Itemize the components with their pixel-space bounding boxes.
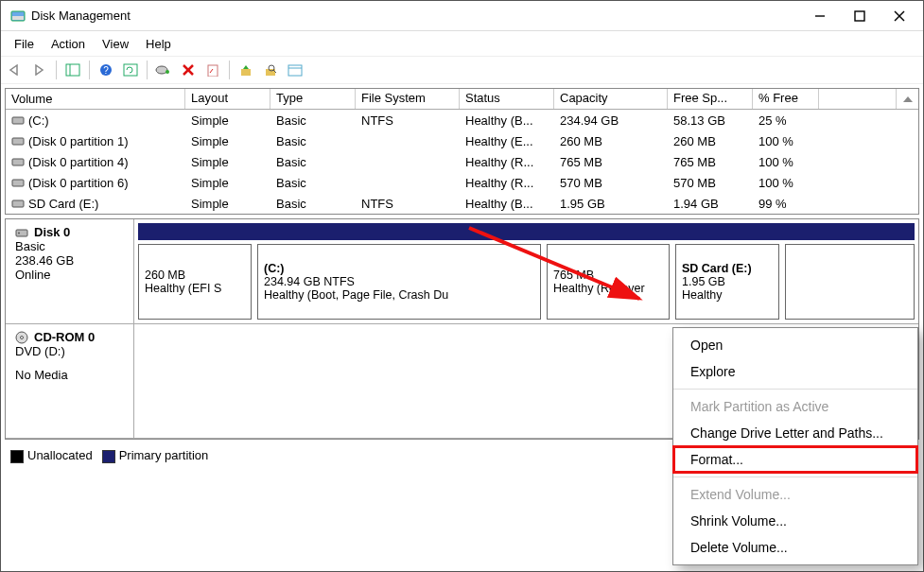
- col-status[interactable]: Status: [460, 89, 554, 109]
- cell-layout: Simple: [185, 196, 270, 212]
- context-menu: Open Explore Mark Partition as Active Ch…: [672, 327, 918, 565]
- refresh-icon[interactable]: [120, 60, 141, 80]
- svg-rect-1: [12, 16, 24, 20]
- disk0-label[interactable]: Disk 0 Basic 238.46 GB Online: [6, 219, 134, 323]
- forward-button[interactable]: [29, 60, 50, 80]
- unallocated-swatch: [10, 450, 24, 463]
- volume-row[interactable]: (Disk 0 partition 6)SimpleBasicHealthy (…: [6, 172, 918, 193]
- volume-name: (C:): [28, 113, 49, 128]
- partition-status: Healthy (EFI S: [145, 282, 245, 295]
- minimize-button[interactable]: [800, 2, 840, 30]
- volume-list: Volume Layout Type File System Status Ca…: [5, 88, 919, 215]
- volume-row[interactable]: SD Card (E:)SimpleBasicNTFSHealthy (B...…: [6, 193, 918, 214]
- properties-icon[interactable]: [202, 60, 223, 80]
- cell-capacity: 234.94 GB: [554, 113, 668, 129]
- ctx-change-drive-letter[interactable]: Change Drive Letter and Paths...: [673, 420, 917, 446]
- cdrom-label[interactable]: CD-ROM 0 DVD (D:) No Media: [6, 324, 134, 438]
- menubar: File Action View Help: [1, 31, 923, 56]
- ctx-shrink[interactable]: Shrink Volume...: [673, 508, 917, 534]
- volume-row[interactable]: (Disk 0 partition 1)SimpleBasicHealthy (…: [6, 130, 918, 151]
- disk-row-disk0: Disk 0 Basic 238.46 GB Online 260 MB Hea…: [6, 219, 918, 324]
- partition-status: Healthy: [682, 288, 773, 302]
- ctx-extend: Extend Volume...: [673, 481, 917, 508]
- cdrom-drive: DVD (D:): [15, 344, 124, 358]
- partition-c[interactable]: (C:) 234.94 GB NTFS Healthy (Boot, Page …: [257, 244, 541, 320]
- ctx-explore[interactable]: Explore: [673, 358, 917, 385]
- volume-name: (Disk 0 partition 4): [28, 155, 128, 169]
- cell-free: 570 MB: [668, 175, 753, 191]
- cell-layout: Simple: [185, 113, 270, 129]
- col-pct[interactable]: % Free: [753, 89, 819, 109]
- partition-title: (C:): [264, 262, 534, 275]
- find-icon[interactable]: [260, 60, 281, 80]
- partition-title: SD Card (E:): [682, 262, 773, 275]
- svg-rect-20: [288, 65, 302, 76]
- toolbar-separator: [89, 61, 90, 79]
- cell-capacity: 570 MB: [554, 175, 668, 191]
- maximize-button[interactable]: [840, 2, 880, 30]
- ctx-format[interactable]: Format...: [673, 446, 917, 473]
- partition-extra[interactable]: [785, 244, 915, 320]
- rescan-disks-icon[interactable]: [153, 60, 174, 80]
- cell-fs: NTFS: [356, 113, 460, 129]
- cell-pct: 99 %: [753, 196, 819, 212]
- cdrom-name: CD-ROM 0: [34, 330, 95, 344]
- scroll-up-icon[interactable]: [896, 89, 918, 109]
- partition-size: 765 MB: [553, 269, 663, 282]
- col-filesystem[interactable]: File System: [356, 89, 460, 109]
- cell-free: 765 MB: [668, 154, 753, 170]
- volume-name: (Disk 0 partition 1): [28, 134, 128, 148]
- cell-type: Basic: [270, 196, 356, 212]
- help-icon[interactable]: ?: [96, 60, 116, 80]
- svg-rect-23: [12, 138, 24, 145]
- titlebar[interactable]: Disk Management: [1, 1, 923, 31]
- volume-icon: [11, 155, 25, 168]
- legend-primary: Primary partition: [102, 448, 209, 463]
- primary-swatch: [102, 450, 115, 463]
- menu-file[interactable]: File: [7, 34, 42, 54]
- col-volume[interactable]: Volume: [6, 89, 185, 109]
- settings-icon[interactable]: [285, 60, 305, 80]
- volume-row[interactable]: (C:)SimpleBasicNTFSHealthy (B...234.94 G…: [6, 110, 918, 130]
- menu-action[interactable]: Action: [44, 34, 93, 54]
- cell-layout: Simple: [185, 175, 270, 191]
- svg-rect-6: [66, 64, 79, 76]
- menu-view[interactable]: View: [95, 34, 136, 54]
- volume-name: (Disk 0 partition 6): [28, 176, 128, 190]
- cell-fs: NTFS: [356, 196, 460, 212]
- back-button[interactable]: [5, 60, 26, 80]
- volume-name: SD Card (E:): [28, 197, 98, 211]
- cell-pct: 25 %: [753, 113, 819, 129]
- col-free[interactable]: Free Sp...: [668, 89, 753, 109]
- toolbar: ?: [1, 56, 923, 84]
- svg-rect-10: [124, 64, 137, 76]
- cell-free: 260 MB: [668, 133, 753, 149]
- delete-icon[interactable]: [178, 60, 199, 80]
- menu-help[interactable]: Help: [138, 34, 179, 54]
- cell-pct: 100 %: [753, 154, 819, 170]
- volume-icon: [11, 176, 25, 189]
- close-button[interactable]: [880, 2, 919, 30]
- disk0-size: 238.46 GB: [15, 253, 124, 268]
- hard-disk-icon: [15, 226, 28, 239]
- legend-unallocated-label: Unallocated: [27, 448, 93, 462]
- col-capacity[interactable]: Capacity: [554, 89, 668, 109]
- col-type[interactable]: Type: [270, 89, 356, 109]
- partition-sdcard-e[interactable]: SD Card (E:) 1.95 GB Healthy: [675, 244, 779, 320]
- legend-unallocated: Unallocated: [10, 448, 93, 463]
- col-layout[interactable]: Layout: [185, 89, 270, 109]
- up-icon[interactable]: [235, 60, 256, 80]
- partition-status: Healthy (Boot, Page File, Crash Du: [264, 288, 534, 302]
- ctx-delete[interactable]: Delete Volume...: [673, 534, 917, 561]
- volume-row[interactable]: (Disk 0 partition 4)SimpleBasicHealthy (…: [6, 151, 918, 172]
- ctx-open[interactable]: Open: [673, 332, 917, 358]
- partition-recovery[interactable]: 765 MB Healthy (Recover: [547, 244, 670, 320]
- partition-efi[interactable]: 260 MB Healthy (EFI S: [138, 244, 252, 320]
- cell-fs: [356, 182, 460, 183]
- disk0-selection-bar: [138, 223, 915, 240]
- volume-list-header: Volume Layout Type File System Status Ca…: [6, 89, 918, 110]
- disk0-state: Online: [15, 268, 124, 282]
- show-hide-tree-icon[interactable]: [62, 60, 83, 80]
- partition-size: 1.95 GB: [682, 275, 773, 288]
- disk-management-window: Disk Management File Action View Help ? …: [0, 0, 924, 572]
